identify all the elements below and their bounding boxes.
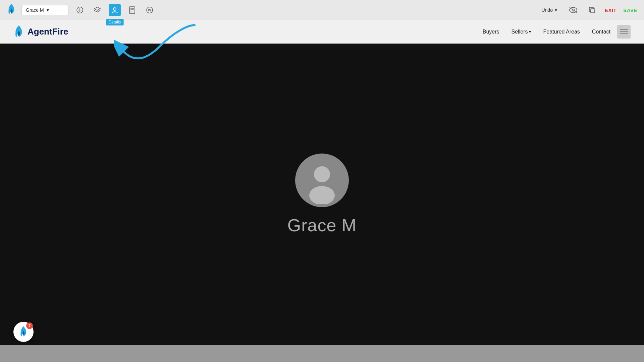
preview-icon-button[interactable]	[567, 4, 579, 16]
preview-nav: AgentFire Buyers Sellers ▾ Featured Area…	[0, 20, 644, 44]
nav-hamburger-button[interactable]	[617, 25, 631, 39]
undo-label: Undo	[541, 7, 552, 13]
svg-rect-14	[591, 9, 595, 13]
wordpress-icon-button[interactable]: W	[144, 4, 156, 16]
user-avatar	[295, 154, 349, 207]
user-select-dropdown[interactable]: Grace M ▾	[21, 5, 68, 15]
save-button[interactable]: SAVE	[623, 7, 637, 13]
page-template-icon-button[interactable]	[126, 4, 138, 16]
floating-chat-button[interactable]: 7	[13, 322, 34, 342]
hamburger-line-1	[620, 29, 628, 30]
avatar-silhouette	[295, 154, 349, 207]
chat-badge: 7	[26, 322, 33, 329]
nav-link-buyers[interactable]: Buyers	[483, 29, 499, 35]
main-content: Grace M	[0, 44, 644, 345]
nav-link-sellers[interactable]: Sellers ▾	[512, 29, 531, 35]
undo-chevron: ▾	[555, 7, 557, 13]
exit-button[interactable]: EXIT	[605, 7, 616, 13]
nav-links: Buyers Sellers ▾ Featured Areas Contact	[483, 29, 610, 35]
sellers-chevron-icon: ▾	[529, 29, 531, 34]
layers-icon-button[interactable]	[91, 4, 103, 16]
svg-point-4	[113, 8, 116, 10]
undo-button[interactable]: Undo ▾	[538, 5, 560, 15]
user-name-display: Grace M	[287, 215, 357, 235]
user-select-label: Grace M	[26, 7, 44, 13]
nav-logo: AgentFire	[13, 25, 483, 39]
brand-flame-icon	[7, 3, 16, 17]
hamburger-line-3	[620, 34, 628, 34]
duplicate-icon-button[interactable]	[586, 4, 598, 16]
bottom-bar	[0, 345, 644, 362]
svg-point-17	[314, 166, 330, 182]
add-icon-button[interactable]	[74, 4, 86, 16]
nav-link-featured-areas[interactable]: Featured Areas	[543, 29, 580, 35]
nav-logo-text: AgentFire	[28, 26, 68, 37]
hamburger-line-2	[620, 32, 628, 32]
nav-link-contact[interactable]: Contact	[592, 29, 610, 35]
svg-rect-5	[129, 7, 135, 13]
user-select-chevron: ▾	[47, 7, 49, 13]
svg-text:W: W	[148, 8, 151, 12]
details-icon-button[interactable]: Details	[109, 4, 121, 16]
svg-marker-3	[94, 7, 100, 10]
editor-toolbar: Grace M ▾ Details	[0, 0, 644, 20]
